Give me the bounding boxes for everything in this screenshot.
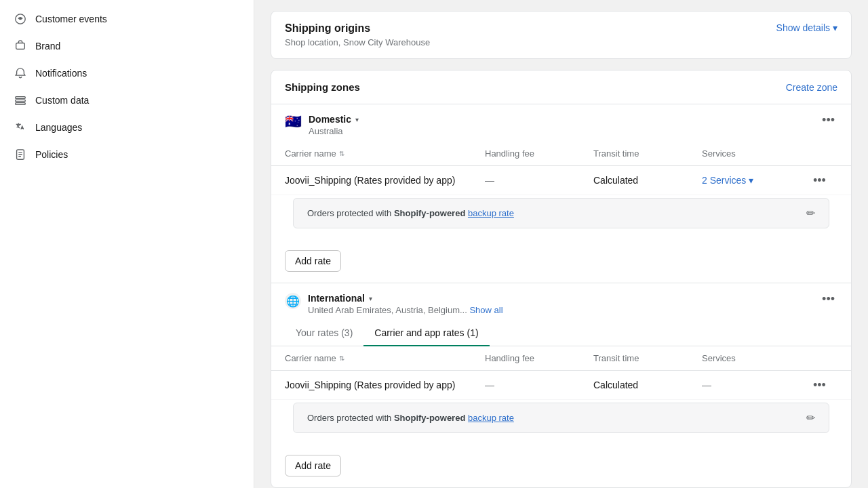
shipping-origins-card: Shipping origins Shop location, Snow Cit… [271, 11, 852, 59]
international-backup-edit-button[interactable]: ✏ [806, 411, 815, 424]
domestic-services-link[interactable]: 2 Services ▾ [702, 175, 810, 186]
domestic-services-header: Services [702, 148, 810, 159]
international-handling-fee-cell: — [485, 380, 593, 390]
international-tabs: Your rates (3) Carrier and app rates (1) [271, 321, 851, 346]
brand-icon [14, 39, 27, 53]
domestic-more-button[interactable]: ••• [819, 114, 837, 126]
international-actions-header [810, 353, 837, 363]
origins-info: Shipping origins Shop location, Snow Cit… [285, 22, 430, 47]
domestic-carrier-more-button[interactable]: ••• [810, 174, 829, 186]
international-name-row: International ▾ [308, 293, 503, 304]
svg-rect-2 [16, 43, 25, 49]
international-carrier-name-header[interactable]: Carrier name ⇅ [285, 353, 485, 363]
domestic-backup-rate-link[interactable]: backup rate [468, 208, 514, 218]
tab-carrier-app-rates[interactable]: Carrier and app rates (1) [363, 321, 489, 346]
international-backup-row: Orders protected with Shopify-powered ba… [293, 403, 829, 433]
sidebar-label-languages: Languages [35, 122, 82, 133]
domestic-services-cell: 2 Services ▾ [702, 175, 810, 186]
zones-title: Shipping zones [285, 81, 360, 93]
globe-icon: 🌐 [285, 293, 301, 309]
international-services-header: Services [702, 353, 810, 363]
international-backup-wrapper: Orders protected with Shopify-powered ba… [271, 400, 851, 449]
domestic-carrier-name-header[interactable]: Carrier name ⇅ [285, 148, 485, 159]
domestic-handling-fee-header: Handling fee [485, 148, 593, 159]
shipping-zones-card: Shipping zones Create zone 🇦🇺 Domestic ▾… [271, 70, 852, 488]
domestic-backup-text: Orders protected with Shopify-powered ba… [307, 208, 514, 218]
svg-rect-4 [16, 100, 25, 102]
domestic-zone-left: 🇦🇺 Domestic ▾ Australia [285, 114, 359, 136]
sidebar-item-languages[interactable]: Languages [0, 114, 254, 141]
main-content: Shipping origins Shop location, Snow Cit… [254, 0, 868, 488]
domestic-name-row: Domestic ▾ [309, 114, 359, 125]
international-table-header: Carrier name ⇅ Handling fee Transit time… [271, 346, 851, 371]
tab-your-rates[interactable]: Your rates (3) [285, 321, 363, 346]
domestic-zone-info: Domestic ▾ Australia [309, 114, 359, 136]
sidebar-item-custom-data[interactable]: Custom data [0, 87, 254, 114]
sidebar-item-policies[interactable]: Policies [0, 141, 254, 168]
sidebar-label-policies: Policies [35, 149, 68, 160]
custom-data-icon [14, 94, 27, 107]
international-dropdown-icon[interactable]: ▾ [369, 295, 372, 302]
international-backup-text: Orders protected with Shopify-powered ba… [307, 413, 514, 423]
origins-title: Shipping origins [285, 22, 430, 35]
domestic-transit-time-header: Transit time [593, 148, 702, 159]
domestic-add-rate-button[interactable]: Add rate [285, 250, 341, 272]
notifications-icon [14, 66, 27, 80]
domestic-row-more: ••• [810, 174, 837, 186]
domestic-backup-edit-button[interactable]: ✏ [806, 207, 815, 220]
international-zone-name: International [308, 293, 365, 304]
sidebar: Customer events Brand Notifications [0, 0, 254, 488]
domestic-actions-header [810, 148, 837, 159]
languages-icon [14, 121, 27, 134]
domestic-carrier-table: Carrier name ⇅ Handling fee Transit time… [271, 142, 851, 195]
origins-header: Shipping origins Shop location, Snow Cit… [271, 12, 851, 58]
svg-rect-5 [16, 103, 25, 105]
international-backup-rate-link[interactable]: backup rate [468, 413, 514, 423]
international-more-button[interactable]: ••• [819, 293, 837, 305]
international-zone-info: International ▾ United Arab Emirates, Au… [308, 293, 503, 315]
sidebar-label-notifications: Notifications [35, 68, 87, 79]
show-all-countries-link[interactable]: Show all [469, 305, 502, 315]
sidebar-label-brand: Brand [35, 41, 60, 52]
services-chevron-icon: ▾ [749, 175, 753, 186]
domestic-zone-header: 🇦🇺 Domestic ▾ Australia ••• [271, 104, 851, 142]
international-handling-fee-header: Handling fee [485, 353, 593, 363]
international-add-rate-button[interactable]: Add rate [285, 455, 341, 476]
international-carrier-name-cell: Joovii_Shipping (Rates provided by app) [285, 380, 485, 390]
international-add-rate-wrapper: Add rate [271, 449, 851, 487]
sort-icon: ⇅ [339, 150, 344, 157]
domestic-dropdown-icon[interactable]: ▾ [355, 116, 359, 123]
international-services-cell: — [702, 380, 810, 390]
origins-subtitle: Shop location, Snow City Warehouse [285, 37, 430, 47]
international-transit-time-header: Transit time [593, 353, 702, 363]
domestic-transit-time-cell: Calculated [593, 175, 702, 186]
australia-flag-icon: 🇦🇺 [285, 115, 302, 128]
international-countries: United Arab Emirates, Austria, Belgium..… [308, 305, 503, 315]
sidebar-item-brand[interactable]: Brand [0, 33, 254, 60]
domestic-table-header: Carrier name ⇅ Handling fee Transit time… [271, 142, 851, 166]
international-transit-time-cell: Calculated [593, 380, 702, 390]
domestic-backup-row: Orders protected with Shopify-powered ba… [293, 198, 829, 228]
international-row-more: ••• [810, 379, 837, 391]
show-details-button[interactable]: Show details ▾ [776, 22, 837, 33]
international-zone-left: 🌐 International ▾ United Arab Emirates, … [285, 293, 503, 315]
international-zone-header: 🌐 International ▾ United Arab Emirates, … [271, 283, 851, 321]
create-zone-button[interactable]: Create zone [786, 82, 837, 93]
domestic-carrier-row: Joovii_Shipping (Rates provided by app) … [271, 166, 851, 195]
international-carrier-row: Joovii_Shipping (Rates provided by app) … [271, 371, 851, 400]
chevron-down-icon: ▾ [833, 22, 837, 33]
customer-events-icon [14, 12, 27, 26]
sidebar-item-customer-events[interactable]: Customer events [0, 5, 254, 33]
zones-header: Shipping zones Create zone [271, 70, 851, 104]
international-carrier-more-button[interactable]: ••• [810, 379, 829, 391]
policies-icon [14, 148, 27, 161]
domestic-countries: Australia [309, 126, 359, 136]
sidebar-item-notifications[interactable]: Notifications [0, 60, 254, 87]
domestic-backup-wrapper: Orders protected with Shopify-powered ba… [271, 195, 851, 245]
domestic-handling-fee-cell: — [485, 175, 593, 186]
domestic-carrier-name-cell: Joovii_Shipping (Rates provided by app) [285, 175, 485, 186]
international-carrier-table: Carrier name ⇅ Handling fee Transit time… [271, 346, 851, 400]
svg-rect-3 [16, 97, 25, 99]
international-zone-section: 🌐 International ▾ United Arab Emirates, … [271, 283, 851, 487]
domestic-zone-section: 🇦🇺 Domestic ▾ Australia ••• Carrier nam [271, 104, 851, 283]
